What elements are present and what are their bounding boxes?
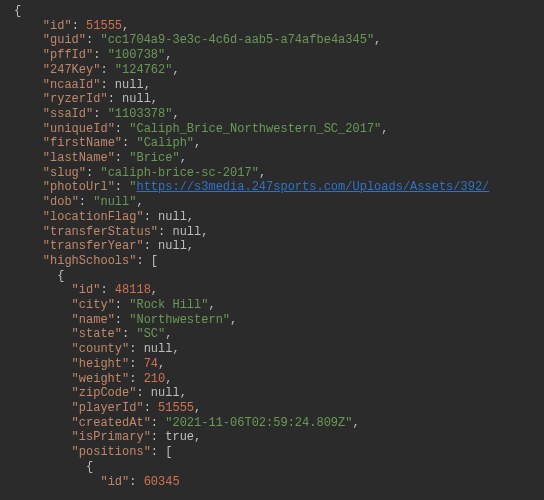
key-hs-county: county xyxy=(79,342,122,356)
key-pffId: pffId xyxy=(50,48,86,62)
key-ryzerId: ryzerId xyxy=(50,92,100,106)
val-dob: null xyxy=(100,195,129,209)
key-guid: guid xyxy=(50,33,79,47)
val-guid: cc1704a9-3e3c-4c6d-aab5-a74afbe4a345 xyxy=(108,33,367,47)
key-dob: dob xyxy=(50,195,72,209)
val-hs-isPrimary: true xyxy=(165,430,194,444)
key-pos-id: id xyxy=(108,475,122,489)
key-highSchools: highSchools xyxy=(50,254,129,268)
val-slug: caliph-brice-sc-2017 xyxy=(108,166,252,180)
val-hs-weight: 210 xyxy=(144,372,166,386)
val-ssaId: 1103378 xyxy=(115,107,165,121)
key-hs-name: name xyxy=(79,313,108,327)
val-locationFlag: null xyxy=(158,210,187,224)
val-hs-name: Northwestern xyxy=(136,313,222,327)
val-pos-id: 60345 xyxy=(144,475,180,489)
key-hs-createdAt: createdAt xyxy=(79,416,144,430)
val-hs-height: 74 xyxy=(144,357,158,371)
key-hs-isPrimary: isPrimary xyxy=(79,430,144,444)
val-hs-createdAt: 2021-11-06T02:59:24.809Z xyxy=(172,416,345,430)
val-hs-playerId: 51555 xyxy=(158,401,194,415)
val-transferYear: null xyxy=(158,239,187,253)
val-247Key: 124762 xyxy=(122,63,165,77)
key-locationFlag: locationFlag xyxy=(50,210,136,224)
key-lastName: lastName xyxy=(50,151,108,165)
val-photoUrl[interactable]: https://s3media.247sports.com/Uploads/As… xyxy=(136,180,489,194)
key-hs-city: city xyxy=(79,298,108,312)
val-hs-state: SC xyxy=(144,327,158,341)
key-ssaId: ssaId xyxy=(50,107,86,121)
val-id: 51555 xyxy=(86,19,122,33)
key-hs-id: id xyxy=(79,283,93,297)
val-hs-county: null xyxy=(144,342,173,356)
val-firstName: Caliph xyxy=(144,136,187,150)
key-hs-weight: weight xyxy=(79,372,122,386)
val-ryzerId: null xyxy=(122,92,151,106)
key-hs-positions: positions xyxy=(79,445,144,459)
key-firstName: firstName xyxy=(50,136,115,150)
key-hs-playerId: playerId xyxy=(79,401,137,415)
val-hs-zipCode: null xyxy=(151,386,180,400)
key-hs-state: state xyxy=(79,327,115,341)
key-transferStatus: transferStatus xyxy=(50,225,151,239)
val-transferStatus: null xyxy=(172,225,201,239)
json-viewer: { "id": 51555, "guid": "cc1704a9-3e3c-4c… xyxy=(0,0,544,489)
key-uniqueId: uniqueId xyxy=(50,122,108,136)
key-hs-height: height xyxy=(79,357,122,371)
key-hs-zipCode: zipCode xyxy=(79,386,129,400)
val-ncaaId: null xyxy=(115,78,144,92)
key-247Key: 247Key xyxy=(50,63,93,77)
val-lastName: Brice xyxy=(136,151,172,165)
val-uniqueId: Caliph_Brice_Northwestern_SC_2017 xyxy=(136,122,374,136)
key-photoUrl: photoUrl xyxy=(50,180,108,194)
key-id: id xyxy=(50,19,64,33)
val-pffId: 100738 xyxy=(115,48,158,62)
val-hs-id: 48118 xyxy=(115,283,151,297)
key-ncaaId: ncaaId xyxy=(50,78,93,92)
val-hs-city: Rock Hill xyxy=(136,298,201,312)
key-slug: slug xyxy=(50,166,79,180)
key-transferYear: transferYear xyxy=(50,239,136,253)
